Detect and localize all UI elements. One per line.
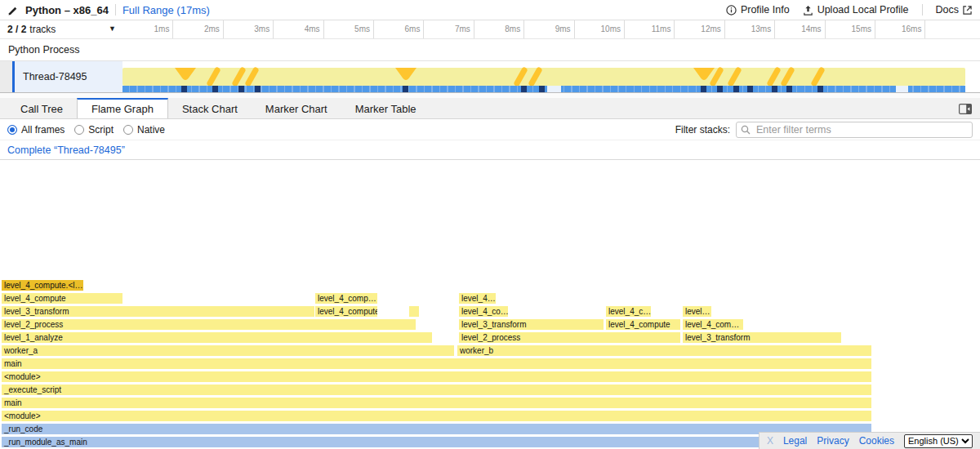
divider: [922, 4, 923, 16]
sample-dark-segment: [238, 86, 244, 92]
flame-block[interactable]: level_1_analyze: [2, 332, 432, 343]
tracks-label: tracks: [29, 24, 56, 35]
flame-block[interactable]: level_3_transform: [683, 332, 841, 343]
profile-info-button[interactable]: Profile Info: [726, 4, 790, 16]
app-header: Python – x86_64 Full Range (17ms) Profil…: [0, 0, 980, 20]
flame-block[interactable]: _run_code: [2, 424, 871, 434]
radio-all-frames[interactable]: All frames: [7, 124, 65, 136]
tab-call-tree[interactable]: Call Tree: [7, 98, 77, 118]
sample-dark-segment: [701, 86, 706, 92]
flame-block[interactable]: worker_b: [457, 345, 871, 356]
flame-block[interactable]: level_2_process: [2, 319, 416, 330]
edit-pencil-icon[interactable]: [8, 5, 19, 16]
flame-block[interactable]: level_2_process: [459, 332, 680, 343]
flame-block[interactable]: level_3_transform: [459, 319, 604, 330]
sample-dark-segment: [212, 86, 218, 92]
tab-marker-chart[interactable]: Marker Chart: [252, 98, 341, 118]
divider: [115, 4, 116, 16]
sample-gap-segment: [896, 86, 908, 92]
info-icon: [726, 5, 737, 16]
flame-block[interactable]: worker_a: [2, 345, 454, 356]
flame-block[interactable]: level_4_compute: [315, 306, 377, 317]
radio-label: Native: [137, 124, 165, 136]
sample-dark-segment: [817, 86, 823, 92]
thread-activity-graph[interactable]: [122, 65, 965, 92]
flame-block[interactable]: level_4_co…: [459, 306, 508, 317]
sidebar-toggle-button[interactable]: [959, 103, 972, 118]
sample-dark-segment: [181, 86, 187, 92]
ruler-tick-line: [924, 20, 925, 38]
footer-bar: XLegalPrivacyCookies English (US): [759, 432, 980, 449]
radio-label: All frames: [21, 124, 65, 136]
flame-block[interactable]: main: [2, 358, 871, 369]
flame-block[interactable]: <module>: [2, 371, 871, 382]
footer-link-privacy[interactable]: Privacy: [817, 435, 849, 447]
radio-dot-icon: [7, 125, 17, 135]
radio-label: Script: [88, 124, 114, 136]
flame-block[interactable]: <module>: [2, 411, 871, 421]
sample-dark-segment: [539, 86, 545, 92]
radio-dot-icon: [123, 125, 133, 135]
sample-gap-segment: [547, 86, 561, 92]
tab-flame-graph[interactable]: Flame Graph: [77, 98, 168, 118]
flame-block[interactable]: level_4_compute: [606, 319, 680, 330]
flame-block[interactable]: level_4_comp…: [315, 293, 377, 304]
sample-dark-segment: [747, 86, 753, 92]
external-link-icon: [963, 6, 972, 15]
sample-dark-segment: [786, 86, 792, 92]
search-icon: [741, 125, 751, 135]
language-select[interactable]: English (US): [904, 434, 973, 448]
filter-stacks-label: Filter stacks:: [675, 124, 730, 136]
panel-tabbar: Call TreeFlame GraphStack ChartMarker Ch…: [0, 98, 980, 119]
flame-block[interactable]: _execute_script: [2, 385, 871, 395]
radio-dot-icon: [74, 125, 84, 135]
process-track-label: Python Process: [8, 44, 80, 56]
docs-link[interactable]: Docs: [936, 4, 972, 16]
thread-track-label[interactable]: Thread-78495: [15, 61, 122, 92]
profile-title: Python – x86_64: [25, 4, 109, 16]
filter-stacks-input[interactable]: [736, 122, 973, 138]
flame-block[interactable]: main: [2, 398, 871, 408]
activity-band: [122, 65, 965, 86]
flame-block[interactable]: level_4_compute: [2, 293, 122, 304]
footer-link-legal[interactable]: Legal: [783, 435, 807, 447]
flame-block[interactable]: level_4_com…: [683, 319, 743, 330]
flame-toolbar: All framesScriptNative Filter stacks:: [0, 119, 980, 140]
sample-strip: [122, 86, 965, 92]
footer-link-cookies[interactable]: Cookies: [859, 435, 894, 447]
ruler-tick-label: 16ms: [862, 24, 921, 33]
tracks-count: 2 / 2: [7, 24, 26, 35]
full-range-link[interactable]: Full Range (17ms): [122, 4, 210, 16]
breadcrumb-thread-link[interactable]: Complete “Thread-78495”: [7, 144, 125, 156]
flame-block[interactable]: _run_module_as_main: [2, 437, 871, 447]
flame-block[interactable]: level_4…: [459, 293, 496, 304]
flame-block[interactable]: level_4_compute.<l…: [2, 280, 83, 291]
sample-dark-segment: [717, 86, 723, 92]
flame-block[interactable]: [409, 306, 419, 317]
track-python-process[interactable]: Python Process: [0, 39, 980, 61]
sample-dark-segment: [772, 86, 777, 92]
sample-dark-segment: [255, 86, 261, 92]
track-thread[interactable]: Thread-78495: [0, 61, 980, 93]
flame-graph[interactable]: level_4_compute.<l…level_4_computelevel_…: [0, 280, 980, 449]
upload-profile-button[interactable]: Upload Local Profile: [803, 4, 909, 16]
footer-link-x[interactable]: X: [767, 435, 773, 447]
sample-dark-segment: [403, 86, 408, 92]
flame-block[interactable]: level_3_transform: [2, 306, 314, 317]
sample-dark-segment: [733, 86, 739, 92]
tab-marker-table[interactable]: Marker Table: [341, 98, 430, 118]
radio-native[interactable]: Native: [123, 124, 165, 136]
tab-stack-chart[interactable]: Stack Chart: [168, 98, 252, 118]
timeline-ruler[interactable]: 2 / 2 tracks ▼ 1ms2ms3ms4ms5ms6ms7ms8ms9…: [0, 20, 980, 39]
upload-icon: [803, 5, 813, 16]
breadcrumb: Complete “Thread-78495”: [0, 140, 980, 160]
sample-dark-segment: [521, 86, 527, 92]
flame-block[interactable]: level…: [683, 306, 711, 317]
radio-script[interactable]: Script: [74, 124, 114, 136]
track-gutter: [0, 61, 12, 92]
flame-block[interactable]: level_4_c…: [606, 306, 651, 317]
